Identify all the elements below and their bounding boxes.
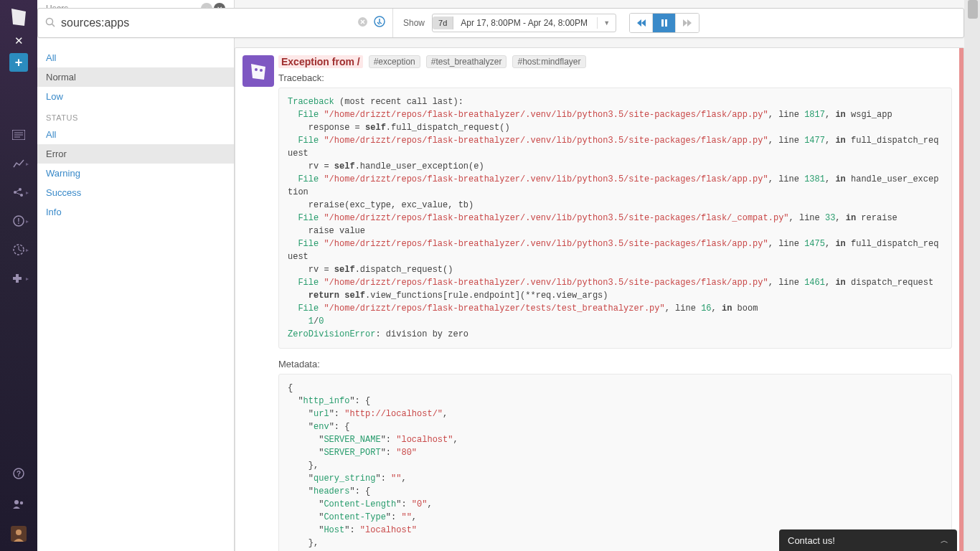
filter-priority-normal[interactable]: Normal [37, 67, 234, 87]
svg-point-20 [47, 18, 53, 24]
svg-point-27 [255, 68, 258, 71]
pause-button[interactable] [653, 14, 676, 32]
svg-line-21 [52, 24, 55, 27]
event-title: Exception from / [278, 55, 363, 68]
monitors-icon[interactable]: ! [6, 208, 32, 234]
traceback-label: Traceback: [278, 72, 952, 83]
scrollbar-track[interactable] [964, 0, 980, 551]
filter-priority-all[interactable]: All [37, 48, 234, 67]
play-controls [629, 13, 699, 33]
svg-rect-25 [665, 19, 667, 27]
search-input[interactable] [61, 17, 357, 29]
svg-text:!: ! [17, 217, 19, 225]
time-controls: Show 7d Apr 17, 8:00PM - Apr 24, 8:00PM … [393, 13, 710, 33]
status-section-label: STATUS [37, 106, 234, 125]
show-label: Show [403, 18, 425, 28]
search-wrap [38, 9, 393, 37]
filter-status-all[interactable]: All [37, 125, 234, 144]
rewind-button[interactable] [630, 14, 653, 32]
traceback-code-block[interactable]: Traceback (most recent call last): File … [278, 88, 952, 349]
infrastructure-icon[interactable] [6, 179, 32, 205]
time-dropdown-icon[interactable]: ▼ [597, 17, 616, 29]
clear-search-icon[interactable] [357, 17, 368, 30]
time-preset[interactable]: 7d [433, 17, 453, 29]
metadata-code-block[interactable]: { "http_info": { "url": "http://localhos… [278, 374, 952, 551]
event-tag[interactable]: #test_breathalyzer [426, 55, 507, 68]
svg-point-28 [260, 69, 263, 72]
svg-line-7 [15, 189, 20, 192]
integrations-icon[interactable] [6, 265, 32, 291]
chevron-up-icon: ︿ [941, 535, 948, 546]
severity-indicator [959, 48, 963, 551]
event-tag[interactable]: #exception [369, 55, 420, 68]
datadog-logo[interactable] [6, 4, 32, 30]
svg-rect-24 [661, 19, 664, 27]
close-icon[interactable]: ✕ [14, 34, 24, 47]
event-tag[interactable]: #host:mindflayer [512, 55, 585, 68]
time-picker[interactable]: 7d Apr 17, 8:00PM - Apr 24, 8:00PM ▼ [432, 14, 616, 32]
forward-button[interactable] [676, 14, 699, 32]
filter-status-warning[interactable]: Warning [37, 164, 234, 183]
time-range[interactable]: Apr 17, 8:00PM - Apr 24, 8:00PM [453, 16, 597, 30]
contact-widget[interactable]: Contact us! ︿ [779, 529, 957, 551]
svg-point-19 [16, 529, 22, 535]
team-icon[interactable] [6, 491, 32, 517]
events-icon[interactable] [6, 122, 32, 148]
filter-status-error[interactable]: Error [37, 144, 234, 164]
save-search-icon[interactable] [374, 16, 385, 30]
filter-status-info[interactable]: Info [37, 202, 234, 222]
scrollbar-thumb[interactable] [968, 0, 978, 19]
metrics-icon[interactable] [6, 237, 32, 263]
filter-priority-low[interactable]: Low [37, 87, 234, 106]
event-stream[interactable]: Exception from / #exception #test_breath… [235, 0, 964, 551]
search-icon [45, 17, 55, 29]
contact-label: Contact us! [788, 535, 835, 546]
top-bar: Show 7d Apr 17, 8:00PM - Apr 24, 8:00PM … [37, 8, 964, 38]
event-source-avatar[interactable] [242, 55, 274, 87]
metadata-label: Metadata: [278, 359, 952, 369]
svg-line-8 [15, 192, 22, 195]
left-vertical-nav: ✕ + ! ? [0, 0, 37, 551]
svg-line-13 [19, 250, 22, 251]
filter-sidebar: Users ‹ ✕ All Normal Low STATUS All Erro… [37, 0, 235, 551]
add-button[interactable]: + [9, 53, 28, 72]
svg-point-17 [20, 501, 23, 504]
svg-text:?: ? [17, 470, 21, 478]
svg-point-16 [14, 500, 19, 504]
user-avatar-icon[interactable] [6, 521, 32, 547]
filter-status-success[interactable]: Success [37, 183, 234, 202]
help-icon[interactable]: ? [6, 461, 32, 486]
dashboards-icon[interactable] [6, 151, 32, 176]
event-card: Exception from / #exception #test_breath… [235, 47, 964, 551]
